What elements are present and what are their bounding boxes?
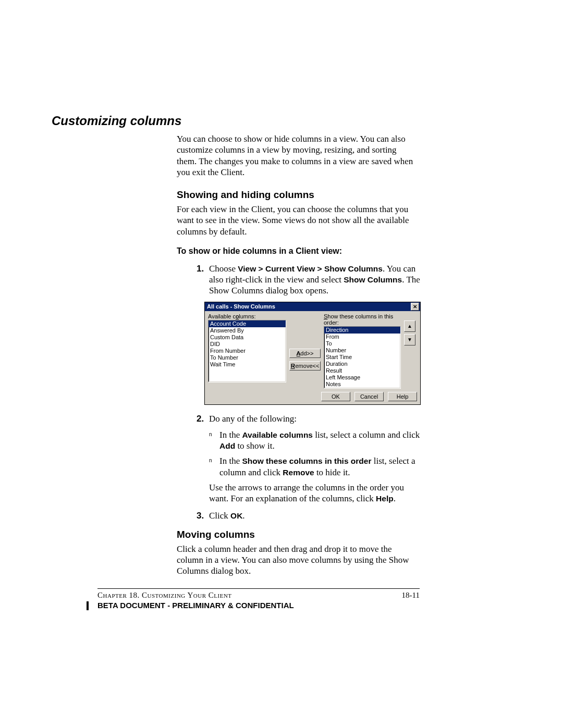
help-button[interactable]: Help [388,392,417,401]
move-down-icon[interactable]: ▼ [404,334,415,346]
ui-term: Remove [283,468,314,477]
step-number: 1. [197,263,209,297]
step-number: 2. [197,413,209,424]
close-icon[interactable]: ✕ [411,303,419,311]
text: to hide it. [314,467,350,477]
step-number: 3. [197,510,209,521]
dialog-titlebar: All calls - Show Columns ✕ [205,302,420,311]
ui-term: Help [376,494,394,503]
list-item[interactable]: From Number [209,348,286,354]
step-1: 1. Choose View > Current View > Show Col… [197,263,421,297]
text: . [242,511,244,521]
command-name: Show Columns [344,275,402,284]
list-item[interactable]: Custom Data [209,334,286,341]
list-item[interactable]: Left Message [324,374,400,381]
ui-term: OK [230,511,242,520]
dialog-title: All calls - Show Columns [207,303,275,310]
list-item[interactable]: Answered By [209,327,286,334]
list-item[interactable]: To [324,340,400,347]
bullet-icon: n [209,455,219,478]
footer-rule [97,588,420,589]
ui-term: Add [219,441,235,450]
text: In the [219,430,242,440]
menu-path: View > Current View > Show Columns [238,264,383,273]
step-2: 2. Do any of the following: [197,413,421,424]
subheading-showing: Showing and hiding columns [177,189,421,201]
substep: n In the Available columns list, select … [209,429,420,452]
text: Choose [209,264,238,274]
footer-chapter: Chapter 18. Customizing Your Client [97,591,232,600]
list-item[interactable]: Account Code [209,320,286,327]
list-item[interactable]: Start Time [324,354,400,361]
text: In the [219,456,242,466]
procedure-heading: To show or hide columns in a Client view… [177,246,421,256]
list-item[interactable]: Notes [324,381,400,388]
subheading-moving: Moving columns [177,529,421,540]
list-item[interactable]: Direction [324,327,400,334]
ui-term: Show these columns in this order [242,456,371,465]
show-columns-dialog: All calls - Show Columns ✕ Available coo… [204,302,421,405]
move-up-icon[interactable]: ▲ [404,320,415,332]
bullet-icon: n [209,429,219,452]
paragraph: Use the arrows to arrange the columns in… [209,482,420,504]
list-item[interactable]: From [324,334,400,340]
list-item[interactable]: Number [324,347,400,354]
text: Do any of the following: [209,413,421,424]
list-item[interactable]: Wait Time [209,361,286,368]
text: to show it. [235,441,275,451]
ok-button[interactable]: OK [321,392,350,401]
footer-page-number: 18-11 [402,591,420,600]
text: list, select a column and click [313,430,420,440]
text: . [394,493,396,503]
step-3: 3. Click OK. [197,510,421,521]
paragraph: Click a column header and then drag and … [177,544,420,577]
footer-confidential: BETA DOCUMENT - PRELIMINARY & CONFIDENTI… [97,601,294,610]
text: Click [209,511,230,521]
available-columns-list[interactable]: Account Code Answered By Custom Data DID… [208,320,286,382]
list-item[interactable]: DID [209,341,286,348]
substep: n In the Show these columns in this orde… [209,455,420,478]
shown-columns-label: Show these columns in this order: [324,313,401,326]
shown-columns-list[interactable]: Direction From To Number Start Time Dura… [324,326,401,389]
cancel-button[interactable]: Cancel [354,392,384,401]
paragraph: For each view in the Client, you can cho… [177,204,420,237]
section-heading: Customizing columns [52,114,421,128]
list-item[interactable]: Result [324,367,400,374]
text: Use the arrows to arrange the columns in… [209,483,404,503]
list-item[interactable]: To Number [209,354,286,361]
add-button[interactable]: AAdd>> [289,349,321,358]
list-item[interactable]: Duration [324,361,400,367]
ui-term: Available columns [242,430,313,439]
intro-paragraph: You can choose to show or hide columns i… [177,133,418,178]
remove-button[interactable]: RRemove<< [289,361,321,371]
available-columns-label: Available coolumns: [208,313,286,319]
change-bar-icon [87,601,89,610]
